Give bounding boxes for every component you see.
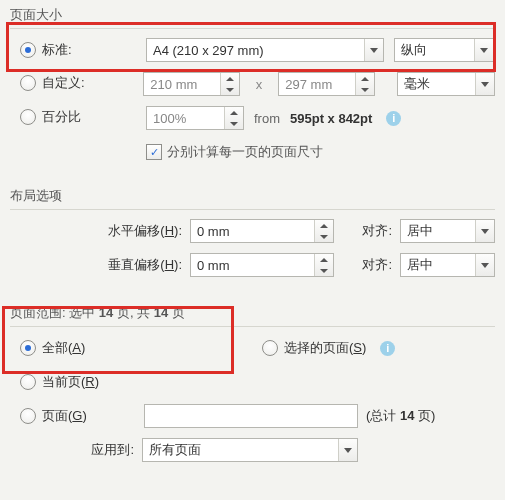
h-offset-field[interactable]: 0 mm [190,219,334,243]
radio-selected-pages-label: 选择的页面(S) [284,339,366,357]
radio-percent-label: 百分比 [42,108,81,126]
unit-value: 毫米 [404,75,430,93]
radio-standard[interactable]: 标准: [20,41,72,59]
spinner-icon [314,254,333,276]
section-layout-title: 布局选项 [10,181,495,210]
info-icon[interactable]: i [380,341,395,356]
chevron-down-icon [475,254,494,276]
apply-to-combo[interactable]: 所有页面 [142,438,358,462]
pages-total-label: (总计 14 页) [366,407,435,425]
spinner-icon [224,107,243,129]
radio-selected-pages[interactable]: 选择的页面(S) [262,339,366,357]
apply-to-value: 所有页面 [149,441,201,459]
radio-current[interactable]: 当前页(R) [20,373,99,391]
checkbox-each-page-label: 分别计算每一页的页面尺寸 [167,143,323,161]
chevron-down-icon [338,439,357,461]
chevron-down-icon [475,73,494,95]
h-offset-value: 0 mm [197,224,230,239]
custom-height-field[interactable]: 297 mm [278,72,374,96]
unit-combo[interactable]: 毫米 [397,72,495,96]
h-align-combo[interactable]: 居中 [400,219,495,243]
chevron-down-icon [474,39,493,61]
radio-custom-label: 自定义: [42,74,85,92]
custom-width-value: 210 mm [150,77,197,92]
v-align-value: 居中 [407,256,433,274]
v-align-combo[interactable]: 居中 [400,253,495,277]
radio-current-label: 当前页(R) [42,373,99,391]
v-align-label: 对齐: [342,256,392,274]
checkbox-each-page[interactable]: ✓ 分别计算每一页的页面尺寸 [146,143,323,161]
preset-combo[interactable]: A4 (210 x 297 mm) [146,38,384,62]
radio-custom[interactable]: 自定义: [20,74,85,92]
h-align-value: 居中 [407,222,433,240]
radio-all-label: 全部(A) [42,339,85,357]
radio-all[interactable]: 全部(A) [20,339,85,357]
h-offset-label: 水平偏移(H): [10,222,182,240]
spinner-icon [355,73,374,95]
v-offset-value: 0 mm [197,258,230,273]
orientation-value: 纵向 [401,41,427,59]
apply-to-label: 应用到: [10,441,134,459]
from-label: from [254,111,280,126]
radio-percent[interactable]: 百分比 [20,108,81,126]
chevron-down-icon [475,220,494,242]
custom-width-field[interactable]: 210 mm [143,72,239,96]
section-range-title: 页面范围: 选中 14 页, 共 14 页 [10,298,495,327]
percent-value: 100% [153,111,186,126]
check-icon: ✓ [146,144,162,160]
pages-input[interactable] [144,404,358,428]
percent-field[interactable]: 100% [146,106,244,130]
info-icon[interactable]: i [386,111,401,126]
preset-value: A4 (210 x 297 mm) [153,43,264,58]
from-value: 595pt x 842pt [290,111,372,126]
custom-height-value: 297 mm [285,77,332,92]
chevron-down-icon [364,39,383,61]
radio-pages-label: 页面(G) [42,407,87,425]
spinner-icon [220,73,239,95]
h-align-label: 对齐: [342,222,392,240]
orientation-combo[interactable]: 纵向 [394,38,494,62]
v-offset-label: 垂直偏移(H): [10,256,182,274]
section-page-size-title: 页面大小 [10,0,495,29]
spinner-icon [314,220,333,242]
radio-standard-label: 标准: [42,41,72,59]
radio-pages[interactable]: 页面(G) [20,407,136,425]
times-label: x [250,77,269,92]
v-offset-field[interactable]: 0 mm [190,253,334,277]
